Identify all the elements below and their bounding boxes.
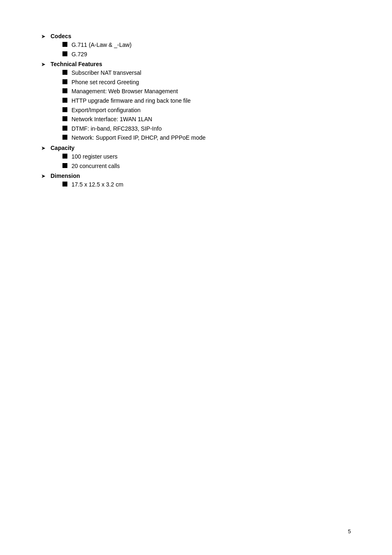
bullet-icon xyxy=(62,163,67,168)
sub-list-dimension: 17.5 x 12.5 x 3.2 cm xyxy=(62,181,351,189)
bullet-icon xyxy=(62,79,67,84)
list-item: DTMF: in-band, RFC2833, SIP-Info xyxy=(62,125,351,133)
section-header-dimension: ➤Dimension xyxy=(41,173,351,179)
section-header-technical-features: ➤Technical Features xyxy=(41,61,351,67)
section-capacity: ➤Capacity100 register users20 concurrent… xyxy=(41,145,351,170)
arrow-icon: ➤ xyxy=(41,61,46,67)
list-item: 17.5 x 12.5 x 3.2 cm xyxy=(62,181,351,189)
arrow-icon: ➤ xyxy=(41,173,46,179)
list-item: G.729 xyxy=(62,51,351,59)
section-title-technical-features: Technical Features xyxy=(51,61,102,67)
list-item: Network Interface: 1WAN 1LAN xyxy=(62,115,351,124)
section-title-codecs: Codecs xyxy=(51,33,71,39)
page: ➤CodecsG.711 (A-Law & _-Law)G.729➤Techni… xyxy=(0,0,392,555)
item-text: G.711 (A-Law & _-Law) xyxy=(71,41,131,49)
list-item: HTTP upgrade firmware and ring back tone… xyxy=(62,97,351,105)
section-title-dimension: Dimension xyxy=(51,173,80,179)
list-item: 20 concurrent calls xyxy=(62,162,351,170)
item-text: Subscriber NAT transversal xyxy=(71,69,141,77)
bullet-icon xyxy=(62,70,67,75)
list-item: Phone set record Greeting xyxy=(62,78,351,87)
bullet-icon xyxy=(62,88,67,93)
sub-list-codecs: G.711 (A-Law & _-Law)G.729 xyxy=(62,41,351,58)
section-codecs: ➤CodecsG.711 (A-Law & _-Law)G.729 xyxy=(41,33,351,58)
bullet-icon xyxy=(62,51,67,56)
item-text: G.729 xyxy=(71,51,87,59)
list-item: Management: Web Browser Management xyxy=(62,88,351,96)
bullet-icon xyxy=(62,98,67,103)
section-technical-features: ➤Technical FeaturesSubscriber NAT transv… xyxy=(41,61,351,142)
section-header-codecs: ➤Codecs xyxy=(41,33,351,39)
list-item: Network: Support Fixed IP, DHCP, and PPP… xyxy=(62,134,351,142)
item-text: Network: Support Fixed IP, DHCP, and PPP… xyxy=(71,134,205,142)
bullet-icon xyxy=(62,182,67,187)
item-text: Network Interface: 1WAN 1LAN xyxy=(71,115,152,124)
sub-list-technical-features: Subscriber NAT transversalPhone set reco… xyxy=(62,69,351,142)
arrow-icon: ➤ xyxy=(41,33,46,39)
item-text: Export/Import configuration xyxy=(71,106,141,115)
arrow-icon: ➤ xyxy=(41,145,46,151)
list-item: Subscriber NAT transversal xyxy=(62,69,351,77)
item-text: 100 register users xyxy=(71,153,118,161)
bullet-icon xyxy=(62,135,67,140)
bullet-icon xyxy=(62,42,67,47)
item-text: Management: Web Browser Management xyxy=(71,88,178,96)
item-text: 20 concurrent calls xyxy=(71,162,120,170)
sub-list-capacity: 100 register users20 concurrent calls xyxy=(62,153,351,170)
bullet-icon xyxy=(62,107,67,112)
item-text: HTTP upgrade firmware and ring back tone… xyxy=(71,97,191,105)
item-text: DTMF: in-band, RFC2833, SIP-Info xyxy=(71,125,161,133)
item-text: Phone set record Greeting xyxy=(71,78,139,87)
bullet-icon xyxy=(62,154,67,159)
section-dimension: ➤Dimension17.5 x 12.5 x 3.2 cm xyxy=(41,173,351,189)
list-item: Export/Import configuration xyxy=(62,106,351,115)
list-item: 100 register users xyxy=(62,153,351,161)
bullet-icon xyxy=(62,126,67,131)
section-title-capacity: Capacity xyxy=(51,145,74,151)
item-text: 17.5 x 12.5 x 3.2 cm xyxy=(71,181,123,189)
page-number: 5 xyxy=(348,528,351,534)
bullet-icon xyxy=(62,116,67,121)
list-item: G.711 (A-Law & _-Law) xyxy=(62,41,351,49)
section-header-capacity: ➤Capacity xyxy=(41,145,351,151)
